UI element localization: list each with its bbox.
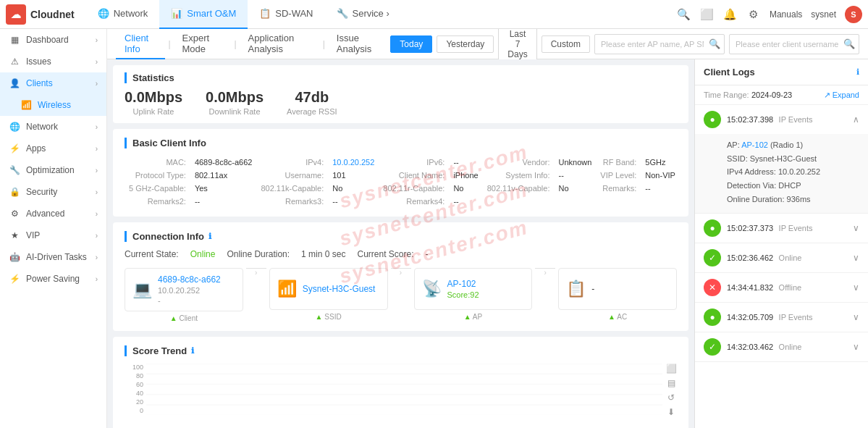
vip-arrow: ›: [96, 232, 98, 240]
apps-arrow: ›: [96, 145, 98, 153]
nav-network[interactable]: 🌐 Network: [86, 0, 160, 29]
ipv4-value[interactable]: 10.0.20.252: [328, 156, 379, 169]
score-trend-info-icon[interactable]: ℹ: [191, 346, 194, 356]
settings-icon[interactable]: ⚙: [746, 7, 761, 22]
user-avatar[interactable]: S: [845, 6, 862, 23]
sidebar-item-ai-tasks[interactable]: 🤖 AI-Driven Tasks ›: [0, 246, 106, 268]
log-type-3: Offline: [779, 283, 802, 292]
client-search-input[interactable]: [729, 34, 859, 54]
apps-icon: ⚡: [9, 143, 20, 154]
log-time-1: 15:02:37.373: [727, 224, 773, 232]
sidebar-item-network[interactable]: 🌐 Network ›: [0, 116, 106, 138]
log-header-0[interactable]: ● 15:02:37.398 IP Events ∧: [695, 105, 868, 134]
conn-ac-box: 📋 -: [558, 268, 677, 310]
tab-client-info[interactable]: Client Info: [116, 29, 165, 59]
issues-icon: ⚠: [9, 56, 20, 67]
remarks3-value: --: [328, 195, 379, 208]
sidebar-item-dashboard[interactable]: ▦ Dashboard ›: [0, 29, 106, 51]
sidebar-item-wireless[interactable]: 📶 Wireless: [0, 94, 106, 116]
sidebar-item-security[interactable]: 🔒 Security ›: [0, 181, 106, 203]
ssid-node-icon: 📶: [277, 280, 297, 298]
btn-today[interactable]: Today: [390, 35, 432, 53]
log-header-4[interactable]: ● 14:32:05.709 IP Events ∨: [695, 303, 868, 332]
ssid-footer: ▲ SSID: [316, 313, 342, 321]
conn-ap-box: 📡 AP-102 Score:92: [414, 268, 533, 310]
conn-sep-3: ›: [532, 268, 558, 294]
chart-download-icon[interactable]: ⬇: [665, 407, 677, 419]
sidebar-optimization-label: Optimization: [26, 165, 75, 175]
sidebar-item-issues[interactable]: ⚠ Issues ›: [0, 51, 106, 72]
nav-service[interactable]: 🔧 Service ›: [325, 0, 401, 29]
sidebar-item-optimization[interactable]: 🔧 Optimization ›: [0, 159, 106, 181]
log-header-3[interactable]: ✕ 14:34:41.832 Offline ∨: [695, 273, 868, 302]
remarks2-value: --: [190, 195, 257, 208]
ap-search-icon[interactable]: 🔍: [709, 38, 720, 49]
sub-nav-right: Today Yesterday Last 7 Days Custom 🔍 🔍: [390, 29, 859, 63]
nav-smart-om[interactable]: 📊 Smart O&M: [159, 0, 248, 29]
username-value: 101: [328, 169, 379, 182]
log-arrow-3: ∨: [853, 282, 859, 293]
sidebar-wireless-label: Wireless: [38, 100, 71, 110]
sidebar-item-apps[interactable]: ⚡ Apps ›: [0, 138, 106, 159]
info-row-3: 5 GHz-Capable: Yes 802.11k-Capable: No 8…: [125, 182, 680, 195]
expand-link[interactable]: ↗ Expand: [824, 91, 859, 100]
connection-info-icon[interactable]: ℹ: [208, 232, 211, 241]
client-name-value: iPhone: [449, 169, 482, 182]
nav-sdwan[interactable]: 📋 SD-WAN: [248, 0, 324, 29]
basic-client-title: Basic Client Info: [125, 138, 677, 148]
ac-node-info: -: [591, 284, 594, 294]
clients-icon: 👤: [9, 78, 20, 88]
sidebar-apps-label: Apps: [26, 143, 46, 154]
sidebar-dashboard-label: Dashboard: [26, 35, 69, 45]
chart-expand-icon[interactable]: ⬜: [665, 364, 677, 375]
chart-filter-icon[interactable]: ▤: [665, 378, 677, 390]
remarks2-label: Remarks2:: [125, 195, 190, 208]
log-icon-0: ●: [704, 111, 721, 128]
downlink-label: Downlink Rate: [206, 107, 264, 116]
ipv6-label: IPv6:: [379, 156, 449, 169]
rfband-value: 5GHz: [641, 156, 680, 169]
conn-node-ap: 📡 AP-102 Score:92 ▲ AP: [414, 268, 533, 321]
sdwan-icon: 📋: [259, 8, 271, 19]
wifi11v-value: No: [554, 182, 596, 195]
sidebar-item-clients[interactable]: 👤 Clients ›: [0, 72, 106, 94]
client-node-ip: 10.0.20.252: [158, 286, 221, 295]
logo[interactable]: ☁ Cloudnet: [6, 4, 75, 25]
chart-refresh-icon[interactable]: ↺: [665, 393, 677, 404]
sidebar-item-vip[interactable]: ★ VIP ›: [0, 225, 106, 246]
service-icon: 🔧: [337, 8, 348, 19]
network-arrow: ›: [96, 123, 98, 131]
sidebar-item-power[interactable]: ⚡ Power Saving ›: [0, 268, 106, 290]
curr-score-value: -: [426, 249, 429, 259]
window-icon[interactable]: ⬜: [700, 7, 715, 22]
tab-issue-analysis[interactable]: Issue Analysis: [328, 29, 390, 59]
smart-om-icon: 📊: [171, 8, 182, 19]
ap-search-input[interactable]: [594, 34, 725, 54]
tab-expert-mode[interactable]: Expert Mode: [174, 29, 232, 59]
log-arrow-1: ∨: [853, 223, 859, 233]
log-ap-link[interactable]: AP-102: [741, 140, 768, 149]
search-icon[interactable]: 🔍: [677, 7, 691, 22]
sidebar-item-advanced[interactable]: ⚙ Advanced ›: [0, 203, 106, 225]
tab-app-analysis[interactable]: Application Analysis: [240, 29, 320, 59]
log-header-5[interactable]: ✓ 14:32:03.462 Online ∨: [695, 332, 868, 361]
client-logs-info-icon[interactable]: ℹ: [856, 67, 859, 77]
ipv4-label: IPv4:: [256, 156, 328, 169]
btn-yesterday[interactable]: Yesterday: [437, 35, 494, 53]
conn-ssid-box: 📶 Sysnet-H3C-Guest: [269, 268, 388, 310]
log-header-2[interactable]: ✓ 15:02:36.462 Online ∨: [695, 243, 868, 272]
rfband-label: RF Band:: [596, 156, 641, 169]
stats-title: Statistics: [125, 72, 677, 83]
btn-last7[interactable]: Last 7 Days: [498, 29, 536, 63]
vip-value: Non-VIP: [641, 169, 680, 182]
log-item-4: ● 14:32:05.709 IP Events ∨: [695, 303, 868, 332]
ac-node-icon: 📋: [566, 280, 586, 298]
bell-icon[interactable]: 🔔: [723, 7, 738, 22]
btn-custom[interactable]: Custom: [542, 35, 590, 53]
score-trend-title: Score Trend ℹ: [125, 345, 677, 356]
curr-score-label: Current Score:: [357, 249, 413, 259]
log-arrow-0: ∧: [853, 114, 859, 125]
log-header-1[interactable]: ● 15:02:37.373 IP Events ∨: [695, 214, 868, 243]
client-search-icon[interactable]: 🔍: [843, 38, 855, 49]
manuals-link[interactable]: Manuals: [770, 9, 802, 20]
